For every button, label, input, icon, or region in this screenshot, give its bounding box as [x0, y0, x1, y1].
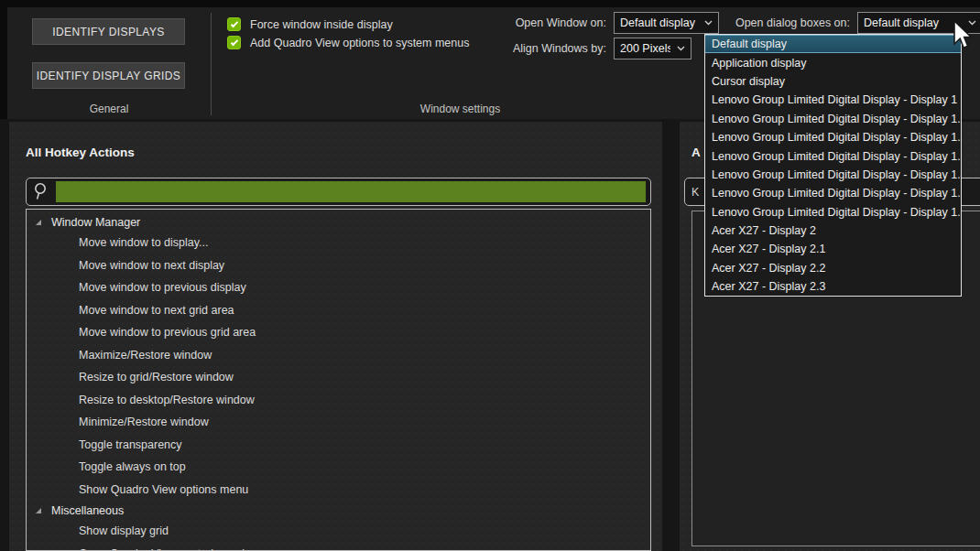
tree-item[interactable]: Toggle always on top	[27, 456, 650, 479]
dropdown-option[interactable]: Acer X27 - Display 2	[705, 221, 961, 240]
tree-group-window-manager[interactable]: Window Manager	[27, 212, 650, 232]
tree-item[interactable]: Move window to next grid area	[27, 299, 650, 322]
dropdown-option[interactable]: Lenovo Group Limited Digital Display - D…	[705, 91, 961, 109]
hotkey-actions-tree: Window Manager Move window to display...…	[26, 209, 651, 551]
checkbox-checked[interactable]	[227, 17, 241, 31]
dropdown-option[interactable]: Lenovo Group Limited Digital Display - D…	[705, 146, 961, 165]
hotkey-search-input[interactable]	[26, 178, 651, 206]
tree-group-label: Window Manager	[51, 216, 140, 229]
selected-value: Default display	[620, 16, 698, 29]
tree-item[interactable]: Maximize/Restore window	[27, 344, 650, 367]
tree-item-label: Toggle always on top	[79, 460, 186, 473]
selected-value: 200 Pixels	[620, 42, 670, 55]
dropdown-option[interactable]: Lenovo Group Limited Digital Display - D…	[705, 203, 961, 221]
tree-item-label: Minimize/Restore window	[79, 416, 209, 428]
dropdown-option[interactable]: Lenovo Group Limited Digital Display - D…	[705, 184, 961, 202]
dropdown-option[interactable]: Acer X27 - Display 2.3	[705, 277, 961, 296]
quadro-view-settings-window: { "ribbon": { "general": { "identify_dis…	[0, 0, 980, 551]
tree-item-label: Resize to desktop/Restore window	[79, 394, 255, 406]
tree-item-label: Show display grid	[79, 524, 169, 537]
dropdown-option[interactable]: Acer X27 - Display 2.1	[705, 240, 961, 258]
checkmark-icon	[230, 38, 237, 45]
tree-group-label: Miscellaneous	[51, 504, 124, 517]
checkmark-icon	[230, 19, 237, 27]
tree-item[interactable]: Toggle transparency	[27, 434, 650, 457]
panel-title-partial: A	[691, 146, 701, 159]
tree-item[interactable]: Open Quadro View control panel	[27, 543, 650, 551]
dropdown-option[interactable]: Lenovo Group Limited Digital Display - D…	[705, 128, 961, 146]
tree-item[interactable]: Move window to display...	[27, 232, 650, 254]
tree-item[interactable]: Minimize/Restore window	[27, 411, 650, 434]
dropdown-option[interactable]: Lenovo Group Limited Digital Display - D…	[705, 110, 961, 128]
tree-item[interactable]: Move window to next display	[27, 254, 650, 277]
dropdown-option[interactable]: Application display	[705, 53, 961, 71]
chevron-down-icon	[677, 46, 685, 51]
tree-item-label: Open Quadro View control panel	[79, 547, 245, 551]
force-window-inside-display-checkbox[interactable]: Force window inside display	[227, 16, 393, 32]
align-windows-by-select[interactable]: 200 Pixels	[614, 38, 691, 59]
tree-item[interactable]: Show display grid	[27, 520, 650, 543]
dropdown-option[interactable]: Lenovo Group Limited Digital Display - D…	[705, 166, 961, 184]
tree-item[interactable]: Move window to previous display	[27, 276, 650, 299]
dropdown-option[interactable]: Cursor display	[705, 72, 961, 91]
search-icon	[33, 182, 49, 201]
chevron-down-icon	[704, 20, 713, 26]
partial-search-text: K	[691, 186, 699, 199]
selected-value: Default display	[864, 16, 962, 29]
identify-displays-button[interactable]: IDENTIFY DISPLAYS	[32, 18, 185, 45]
open-dialog-boxes-on-select[interactable]: Default display	[857, 12, 980, 34]
search-highlight-fill[interactable]	[56, 181, 646, 202]
tree-item-label: Resize to grid/Restore window	[79, 371, 234, 384]
tree-group-miscellaneous[interactable]: Miscellaneous	[27, 501, 650, 520]
tree-item-label: Move window to next display	[79, 259, 224, 272]
tree-item-label: Move window to previous grid area	[79, 326, 256, 339]
tree-item-label: Toggle transparency	[79, 438, 182, 451]
dropdown-option[interactable]: Acer X27 - Display 2.2	[705, 259, 961, 277]
tree-item[interactable]: Show Quadro View options menu	[27, 479, 650, 502]
identify-display-grids-button[interactable]: IDENTIFY DISPLAY GRIDS	[32, 62, 185, 89]
add-quadro-view-options-checkbox[interactable]: Add Quadro View options to system menus	[227, 35, 469, 50]
tree-item-label: Move window to display...	[79, 236, 209, 249]
checkbox-checked[interactable]	[227, 36, 241, 49]
open-dialog-boxes-on-dropdown-list: Default display Application display Curs…	[704, 34, 962, 297]
open-window-on-select[interactable]: Default display	[614, 12, 719, 34]
open-dialog-boxes-on-label: Open dialog boxes on:	[731, 16, 850, 29]
tree-item-label: Maximize/Restore window	[79, 349, 212, 362]
panel-title: All Hotkey Actions	[26, 146, 135, 159]
tree-item-label: Show Quadro View options menu	[79, 483, 248, 496]
section-divider	[211, 13, 212, 115]
general-section-label: General	[7, 103, 211, 115]
tree-item[interactable]: Move window to previous grid area	[27, 321, 650, 344]
checkbox-label: Add Quadro View options to system menus	[250, 37, 469, 49]
triangle-expanded-icon[interactable]	[36, 220, 41, 225]
all-hotkey-actions-panel: All Hotkey Actions Window Manager Move w…	[9, 122, 662, 551]
dropdown-option-selected[interactable]: Default display	[705, 35, 961, 53]
align-windows-by-label: Align Windows by:	[496, 42, 606, 55]
tree-item[interactable]: Resize to desktop/Restore window	[27, 389, 650, 412]
tree-item[interactable]: Resize to grid/Restore window	[27, 366, 650, 389]
triangle-expanded-icon[interactable]	[36, 508, 41, 513]
checkbox-label: Force window inside display	[250, 18, 393, 31]
chevron-down-icon	[968, 20, 976, 26]
open-window-on-label: Open Window on:	[506, 16, 606, 29]
window-settings-section-label: Window settings	[211, 103, 710, 115]
tree-item-label: Move window to next grid area	[79, 304, 234, 317]
tree-item-label: Move window to previous display	[79, 281, 246, 294]
